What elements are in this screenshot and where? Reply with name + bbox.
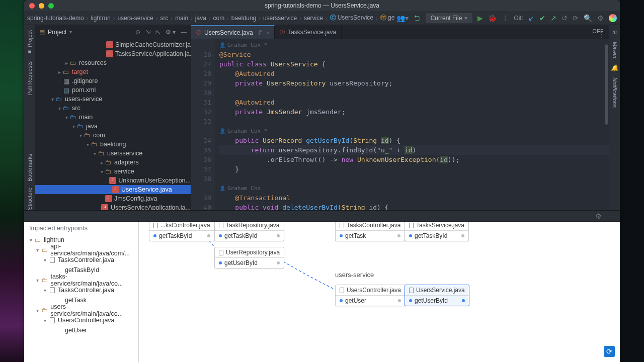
main-area: ■ Project Pull Requests Bookmarks Struct… [24,25,620,210]
collapse-all-icon[interactable]: ⇱ [155,29,160,36]
right-tool-strip: m Maven 🔔 Notifications [609,25,620,210]
crumb[interactable]: com [213,15,225,22]
breadcrumbs: spring-tutorials-demo› lightrun› users-s… [27,14,394,22]
impacted-node[interactable]: ▾🗀tasks-service/src/main/java/co... [24,275,138,285]
history-icon[interactable]: ↺ [561,14,568,22]
tree-node[interactable]: ▾🗀src [35,104,191,113]
crumb[interactable]: src [160,15,168,22]
inspections-off-badge[interactable]: OFF [593,28,604,34]
settings-icon[interactable]: ⚙ ▾ [166,29,176,36]
tree-node[interactable]: ▦.gitignore [35,76,191,85]
tree-node[interactable]: JSimpleCacheCustomizer.ja... [35,40,191,49]
impacted-node[interactable]: ▾🗀api-service/src/main/java/com/... [24,245,138,255]
tree-node[interactable]: ▾🗀users-service [35,95,191,104]
crumb-class[interactable]: ⒸUsersService [330,14,373,22]
project-tool-button[interactable]: ■ Project [27,30,33,55]
tree-node[interactable]: ▾🗀usersservice [35,149,191,158]
graph-card[interactable]: TasksController.javagetTask [335,222,405,241]
bookmarks-tool-button[interactable]: Bookmarks [27,154,33,182]
settings-icon[interactable]: ⚙ [597,14,604,22]
project-header: ▤ Project ▾ ⊙ ⇲ ⇱ ⚙ ▾ — [35,25,191,39]
graph-card[interactable]: ...ksController.javagetTaskById [149,222,215,241]
project-header-title[interactable]: ▤ Project ▾ [39,29,72,36]
more-run-icon[interactable]: ⋮ [502,14,509,22]
rollback-icon[interactable]: ⟳ [573,14,579,22]
minimize-window-button[interactable] [39,3,44,9]
tree-node[interactable]: ▾🗀java [35,122,191,131]
traffic-lights [24,3,54,9]
impacted-title: Impacted entrypoints [24,222,138,235]
code-content[interactable]: Graham Cox * @Service public class Users… [215,39,609,210]
tree-node[interactable]: ▸🗀adapters [35,158,191,167]
impacted-node[interactable]: ▾🗀users-service/src/main/java/co... [24,305,138,315]
graph-card[interactable]: UsersService.javagetUserById [405,285,469,306]
tree-node[interactable]: ▸🗀resources [35,58,191,67]
tree-node[interactable]: JTasksServiceApplication.ja... [35,49,191,58]
editor-tab-active[interactable]: Ⓙ UsersService.java ⭿ × [191,25,275,39]
graph-card[interactable]: UsersController.javagetUser [335,285,406,306]
avatar-icon[interactable] [609,14,617,22]
tree-node[interactable]: ▸🗀target [35,67,191,76]
tree-node[interactable]: JUsersService.java [35,185,191,194]
panel-settings-icon[interactable]: ⚙ [595,212,602,220]
crumb[interactable]: lightrun [91,15,110,22]
crumb[interactable]: baeldung [231,15,256,22]
select-opened-file-icon[interactable]: ⊙ [135,29,140,36]
tree-node[interactable]: ▾🗀service [35,167,191,176]
git-update-icon[interactable]: ↙ [528,14,534,22]
left-tool-strip: ■ Project Pull Requests Bookmarks Struct… [24,25,35,210]
crumb[interactable]: service [304,15,323,22]
crumb-method[interactable]: ⓜ getUserById [380,14,394,22]
graph-card[interactable]: UserRepository.javagetUserById [214,247,284,268]
refresh-button[interactable]: ⟳ [604,346,615,357]
tree-node[interactable]: JJmsConfig.java [35,194,191,203]
tree-node[interactable]: JUsersServiceApplication.ja... [35,203,191,210]
graph-card[interactable]: TasksService.javagetTaskById [405,222,469,241]
run-config-select[interactable]: Current File ▾ [426,13,473,23]
tree-node[interactable]: ▾🗀main [35,113,191,122]
tree-node[interactable]: ▾🗀com [35,131,191,140]
crumb[interactable]: spring-tutorials-demo [27,15,84,22]
notifications-tool-button[interactable]: Notifications [612,77,618,108]
titlebar: spring-tutorials-demo — UsersService.jav… [24,0,620,11]
editor-tabs: Ⓙ UsersService.java ⭿ × Ⓙ TasksService.j… [191,25,609,39]
navigation-bar: spring-tutorials-demo› lightrun› users-s… [24,11,620,25]
crumb[interactable]: main [175,15,188,22]
maven-tool-button[interactable]: Maven [612,42,618,58]
crumb[interactable]: usersservice [263,15,297,22]
tree-node[interactable]: ▾🗀baeldung [35,140,191,149]
graph-card[interactable]: TaskRepository.javagetTaskById [214,222,284,241]
project-tree[interactable]: JSimpleCacheCustomizer.ja...JTasksServic… [35,39,191,210]
tree-node[interactable]: JUnknownUserException... [35,176,191,185]
bottom-panel-header: ⚙ — [24,210,620,221]
panel-hide-icon[interactable]: — [608,212,615,220]
crumb[interactable]: java [195,15,206,22]
close-tab-icon[interactable]: × [266,30,269,36]
code-editor[interactable]: 2627282930313233343536373839404142 Graha… [191,39,609,210]
search-icon[interactable]: 🔍 [584,14,592,22]
git-commit-icon[interactable]: ✔ [539,14,545,22]
editor-tab[interactable]: Ⓙ TasksService.java [275,25,342,39]
tree-node[interactable]: ▤pom.xml [35,85,191,95]
build-icon[interactable]: ⮌ [414,14,421,22]
impacted-canvas[interactable]: ...ksController.javagetTaskByIdTaskRepos… [139,222,620,362]
notifications-icon[interactable]: 🔔 [611,64,618,71]
editor-scrollbar[interactable] [605,44,608,125]
editor-area: Ⓙ UsersService.java ⭿ × Ⓙ TasksService.j… [191,25,609,210]
zoom-window-button[interactable] [48,3,54,9]
pull-requests-tool-button[interactable]: Pull Requests [27,61,33,96]
crumb[interactable]: users-service [117,15,153,22]
toolbar-right: 👥▾ ⮌ Current File ▾ ▶ 🐞 ⋮ Git: ↙ ✔ ↗ ↺ ⟳… [396,13,617,23]
user-icon[interactable]: 👥▾ [396,14,409,22]
expand-all-icon[interactable]: ⇲ [145,29,150,36]
debug-icon[interactable]: 🐞 [488,14,497,22]
service-label: users-service [335,271,374,279]
structure-tool-button[interactable]: Structure [27,188,33,210]
run-icon[interactable]: ▶ [477,14,483,22]
impacted-tree[interactable]: ▾🗀lightrun▾🗀api-service/src/main/java/co… [24,235,138,335]
git-push-icon[interactable]: ↗ [550,14,556,22]
impacted-node[interactable]: getUser [24,325,138,335]
pin-icon[interactable]: ⭿ [257,29,263,36]
hide-pane-icon[interactable]: — [181,29,187,36]
close-window-button[interactable] [29,3,35,9]
